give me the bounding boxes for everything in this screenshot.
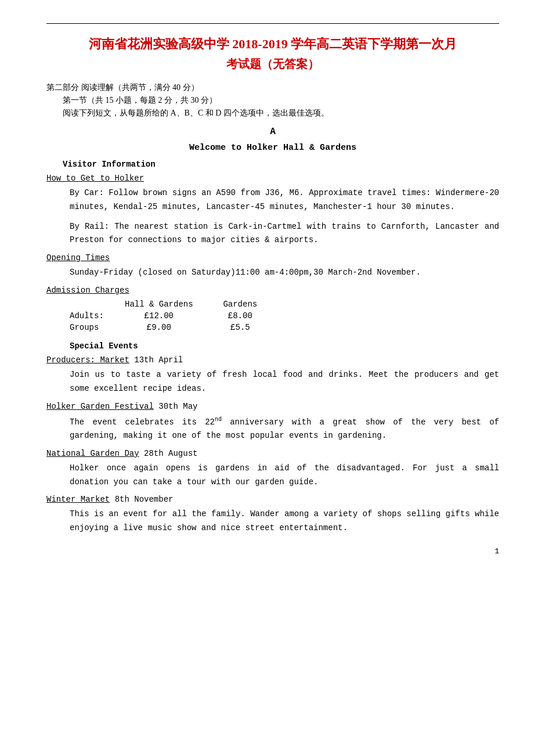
- opening-times-text: Sunday-Friday (closed on Saturday)11:00 …: [46, 266, 499, 280]
- col2-header: Hall & Gardens: [121, 298, 214, 310]
- admission-table: Hall & Gardens Gardens Adults: £12.00 £8…: [70, 298, 284, 333]
- groups-gardens: £5.5: [214, 322, 284, 333]
- admission-row-groups: Groups £9.00 £5.5: [70, 322, 284, 333]
- adults-hall-gardens: £12.00: [121, 310, 214, 322]
- admission-charges-heading: Admission Charges: [46, 286, 499, 295]
- top-divider: [46, 23, 499, 24]
- section-header: 第一节（共 15 小题，每题 2 分，共 30 分）: [46, 95, 499, 106]
- national-date: 28th August: [144, 449, 197, 458]
- col3-header: Gardens: [214, 298, 284, 310]
- admission-header-row: Hall & Gardens Gardens: [70, 298, 284, 310]
- national-event-line: National Garden Day 28th August: [46, 449, 499, 458]
- producers-heading: Producers: Market: [46, 355, 129, 365]
- producers-text: Join us to taste a variety of fresh loca…: [46, 368, 499, 396]
- producers-event-line: Producers: Market 13th April: [46, 355, 499, 365]
- winter-date: 8th November: [115, 495, 174, 504]
- section-a-label: A: [46, 127, 499, 137]
- holker-text-part1: The event celebrates its 22: [70, 417, 215, 426]
- by-car-paragraph: By Car: Follow brown signs an A590 from …: [46, 186, 499, 214]
- welcome-title: Welcome to Holker Hall & Gardens: [46, 143, 499, 153]
- by-rail-paragraph: By Rail: The nearest station is Cark-in-…: [46, 220, 499, 248]
- holker-text: The event celebrates its 22nd anniversar…: [46, 415, 499, 443]
- holker-heading: Holker Garden Festival: [46, 402, 154, 411]
- admission-row-adults: Adults: £12.00 £8.00: [70, 310, 284, 322]
- holker-date-text: 30th May: [158, 402, 197, 411]
- col1-header: [70, 298, 121, 310]
- sub-title: 考试题（无答案）: [46, 56, 499, 72]
- visitor-info-heading: Visitor Information: [46, 160, 499, 169]
- how-to-get-heading: How to Get to Holker: [46, 174, 499, 183]
- main-title: 河南省花洲实验高级中学 2018-2019 学年高二英语下学期第一次月: [46, 35, 499, 53]
- part-header: 第二部分 阅读理解（共两节，满分 40 分）: [46, 82, 499, 93]
- national-heading: National Garden Day: [46, 449, 139, 458]
- holker-event-line: Holker Garden Festival 30th May: [46, 402, 499, 411]
- producers-date: 13th April: [134, 355, 183, 365]
- special-events-heading: Special Events: [46, 341, 499, 351]
- national-text: Holker once again opens is gardens in ai…: [46, 462, 499, 489]
- instruction: 阅读下列短文，从每题所给的 A、B、C 和 D 四个选项中，选出最佳选项。: [46, 108, 499, 118]
- groups-label: Groups: [70, 322, 121, 333]
- winter-event-line: Winter Market 8th November: [46, 495, 499, 504]
- opening-times-heading: Opening Times: [46, 253, 499, 262]
- groups-hall-gardens: £9.00: [121, 322, 214, 333]
- adults-gardens: £8.00: [214, 310, 284, 322]
- winter-text: This is an event for all the family. Wan…: [46, 507, 499, 535]
- holker-superscript: nd: [215, 416, 222, 423]
- winter-heading: Winter Market: [46, 495, 110, 504]
- adults-label: Adults:: [70, 310, 121, 322]
- page-number: 1: [46, 547, 499, 556]
